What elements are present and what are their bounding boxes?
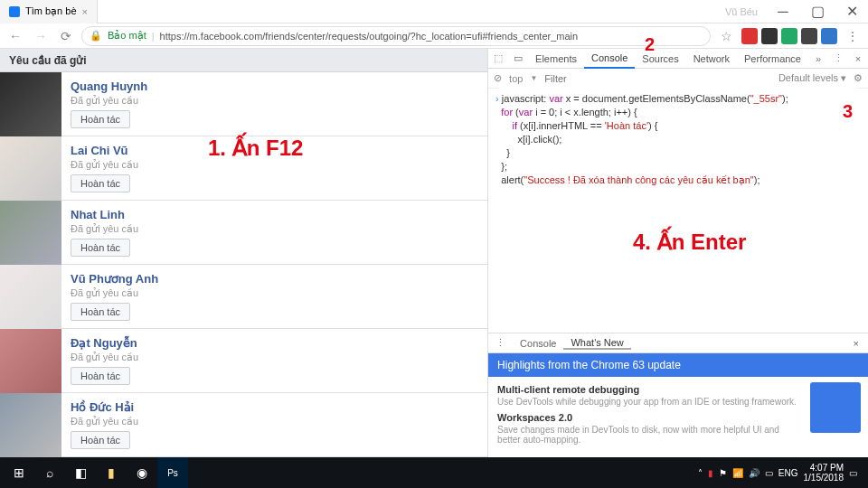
secure-label: Bảo mật (108, 30, 146, 42)
friend-subtext: Đã gửi yêu cầu (71, 287, 478, 299)
avatar[interactable] (0, 201, 61, 265)
wn-text-1: Use DevTools while debugging your app fr… (497, 397, 805, 407)
console-settings-icon[interactable]: ⚙ (854, 72, 863, 84)
system-tray: ˄ ▮ ⚑ 📶 🔊 ▭ ENG 4:07 PM1/15/2018 ▭ (698, 463, 864, 483)
photoshop-icon[interactable]: Ps (157, 457, 188, 488)
undo-button[interactable]: Hoàn tác (71, 303, 130, 321)
context-selector[interactable]: top (509, 73, 523, 84)
search-icon[interactable]: ⌕ (34, 457, 65, 488)
tab-console[interactable]: Console (584, 49, 635, 69)
drawer-close-icon[interactable]: × (844, 338, 868, 349)
friend-name[interactable]: Quang Huynh (71, 80, 478, 93)
avatar[interactable] (0, 329, 61, 393)
avatar[interactable] (0, 265, 61, 329)
inspect-icon[interactable]: ⬚ (488, 52, 508, 64)
sent-requests-header: Yêu cầu đã gửi (0, 49, 487, 72)
chrome-icon[interactable]: ◉ (127, 457, 157, 488)
menu-button[interactable]: ⋮ (843, 26, 863, 46)
back-button[interactable]: ← (5, 26, 25, 46)
avatar[interactable] (0, 393, 61, 457)
taskview-icon[interactable]: ◧ (65, 457, 96, 488)
undo-button[interactable]: Hoàn tác (71, 431, 130, 449)
friend-list: Quang Huynh Đã gửi yêu cầu Hoàn tác Lai … (0, 72, 487, 457)
friend-name[interactable]: Lai Chi Vũ (71, 144, 478, 157)
avatar[interactable] (0, 136, 61, 201)
notifications-icon[interactable]: ▭ (849, 468, 857, 478)
avatar[interactable] (0, 72, 61, 136)
maximize-button[interactable]: ▢ (801, 0, 834, 23)
console-body[interactable]: › javascript: var x = document.getElemen… (488, 89, 868, 333)
volume-icon[interactable]: 🔊 (749, 468, 760, 478)
ext-icon-2[interactable] (761, 28, 778, 44)
levels-selector[interactable]: Default levels ▾ (778, 72, 846, 84)
undo-button[interactable]: Hoàn tác (71, 367, 130, 385)
clock[interactable]: 4:07 PM1/15/2018 (804, 463, 844, 483)
close-button[interactable]: ✕ (835, 0, 868, 23)
friend-subtext: Đã gửi yêu cầu (71, 95, 478, 107)
wn-text-2: Save changes made in DevTools to disk, n… (497, 425, 805, 445)
undo-button[interactable]: Hoàn tác (71, 174, 130, 192)
tab-performance[interactable]: Performance (737, 49, 808, 69)
friend-row: Quang Huynh Đã gửi yêu cầu Hoàn tác (0, 72, 487, 136)
friend-name[interactable]: Vũ Phương Anh (71, 272, 478, 286)
star-button[interactable]: ☆ (716, 26, 736, 46)
forward-button[interactable]: → (31, 26, 51, 46)
friend-name[interactable]: Nhat Linh (71, 208, 478, 221)
drawer-tab-console[interactable]: Console (513, 338, 563, 349)
battery-icon[interactable]: ▭ (765, 468, 773, 478)
friend-subtext: Đã gửi yêu cầu (71, 159, 478, 171)
whats-new-banner: Highlights from the Chrome 63 update (488, 353, 868, 377)
tray-icon[interactable]: ▮ (708, 468, 713, 478)
browser-tab[interactable]: Tìm bạn bè × (0, 0, 98, 23)
lock-icon: 🔒 (90, 30, 102, 42)
abp-icon[interactable] (741, 28, 758, 44)
friend-row: Lai Chi Vũ Đã gửi yêu cầu Hoàn tác (0, 136, 487, 201)
console-filter-input[interactable] (544, 73, 771, 84)
friend-row: Nhat Linh Đã gửi yêu cầu Hoàn tác (0, 201, 487, 265)
undo-button[interactable]: Hoàn tác (71, 239, 130, 257)
language-indicator[interactable]: ENG (778, 468, 798, 478)
code-line: for (var i = 0; i < x.length; i++) { (495, 106, 868, 119)
tray-icon[interactable]: ⚑ (719, 468, 727, 478)
whats-new-body: Multi-client remote debugging Use DevToo… (488, 377, 868, 457)
devtools-logo (810, 382, 861, 433)
code-line: alert("Success ! Đã xóa thành công các y… (495, 174, 868, 187)
friend-subtext: Đã gửi yêu cầu (71, 416, 478, 427)
reload-button[interactable]: ⟳ (56, 26, 76, 46)
friend-subtext: Đã gửi yêu cầu (71, 352, 478, 363)
close-tab-icon[interactable]: × (82, 6, 88, 17)
friend-row: Đạt Nguyễn Đã gửi yêu cầu Hoàn tác (0, 329, 487, 393)
omnibox[interactable]: 🔒 Bảo mật | https://m.facebook.com/frien… (81, 26, 711, 46)
friend-name[interactable]: Đạt Nguyễn (71, 336, 478, 350)
tab-network[interactable]: Network (686, 49, 737, 69)
minimize-button[interactable]: ─ (767, 0, 799, 23)
ext-icon-5[interactable] (821, 28, 837, 44)
devtools-close-icon[interactable]: × (848, 53, 868, 64)
tab-sources[interactable]: Sources (635, 49, 685, 69)
code-line: › javascript: var x = document.getElemen… (495, 92, 868, 106)
drawer-tab-whatsnew[interactable]: What's New (563, 337, 630, 350)
wifi-icon[interactable]: 📶 (732, 468, 743, 478)
tray-chevron-icon[interactable]: ˄ (698, 468, 703, 478)
more-tabs-icon[interactable]: » (808, 53, 828, 64)
windows-taskbar: ⊞ ⌕ ◧ ▮ ◉ Ps ˄ ▮ ⚑ 📶 🔊 ▭ ENG 4:07 PM1/15… (0, 457, 868, 488)
ext-icon-4[interactable] (801, 28, 817, 44)
friend-row: Vũ Phương Anh Đã gửi yêu cầu Hoàn tác (0, 265, 487, 329)
code-line: } (495, 146, 868, 160)
undo-button[interactable]: Hoàn tác (71, 110, 130, 128)
devtools-menu-icon[interactable]: ⋮ (828, 52, 848, 64)
page-pane: Yêu cầu đã gửi Quang Huynh Đã gửi yêu cầ… (0, 49, 488, 457)
console-toolbar: ⊘ top ▼ Default levels ▾ ⚙ (488, 69, 868, 89)
friend-name[interactable]: Hồ Đức Hải (71, 400, 478, 414)
tab-elements[interactable]: Elements (528, 49, 584, 69)
clear-console-icon[interactable]: ⊘ (494, 72, 502, 84)
start-button[interactable]: ⊞ (4, 457, 34, 488)
tab-title: Tìm bạn bè (25, 5, 77, 17)
drawer-menu-icon[interactable]: ⋮ (488, 337, 513, 349)
device-toolbar-icon[interactable]: ▭ (508, 52, 528, 64)
explorer-icon[interactable]: ▮ (96, 457, 127, 488)
whats-new-drawer: ⋮ Console What's New × Highlights from t… (488, 333, 868, 457)
devtools-pane: ⬚ ▭ Elements Console Sources Network Per… (488, 49, 868, 457)
code-line: x[i].click(); (495, 133, 868, 146)
ext-icon-3[interactable] (781, 28, 797, 44)
